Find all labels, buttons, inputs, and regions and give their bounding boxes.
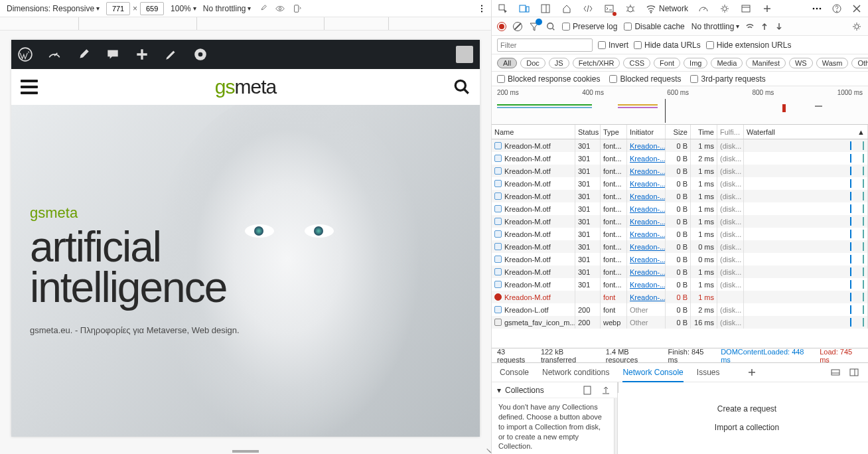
drawer-tab-network-console[interactable]: Network Console: [622, 368, 683, 382]
filter-pill-manifest[interactable]: Manifest: [746, 58, 786, 68]
filter-pill-font[interactable]: Font: [654, 58, 680, 68]
menu-button[interactable]: [21, 80, 38, 94]
eyedropper-icon[interactable]: [257, 3, 268, 14]
table-row[interactable]: gsmeta_fav_icon_m...200webpOther0 B16 ms…: [492, 316, 868, 329]
console-icon[interactable]: [603, 3, 615, 15]
drawer-tab-console[interactable]: Console: [500, 368, 529, 377]
filter-pill-ws[interactable]: WS: [789, 58, 813, 68]
device-toolbar-more-icon[interactable]: [476, 3, 487, 14]
more-tools-icon[interactable]: [811, 3, 823, 15]
table-row[interactable]: Kreadon-M.otffontKreadon-...0 B1 ms: [492, 291, 868, 303]
filter-pill-css[interactable]: CSS: [623, 58, 650, 68]
table-row[interactable]: Kreadon-M.otf301font...Kreadon-...0 B1 m…: [492, 165, 868, 177]
inspect-element-icon[interactable]: [497, 3, 509, 15]
drawer-dock-icon[interactable]: [830, 366, 841, 378]
hide-data-urls-checkbox[interactable]: Hide data URLs: [634, 40, 701, 50]
collections-toggle-icon[interactable]: ▾: [497, 386, 501, 395]
toggle-device-icon[interactable]: [518, 3, 530, 15]
zoom-dropdown[interactable]: 100%: [171, 4, 196, 13]
filter-pill-img[interactable]: Img: [684, 58, 707, 68]
wordpress-icon[interactable]: [18, 47, 33, 62]
network-tab[interactable]: Network: [646, 3, 688, 14]
sources-bug-icon[interactable]: [624, 3, 636, 15]
drawer-layout-icon[interactable]: [848, 366, 860, 378]
overview-timeline[interactable]: 200 ms400 ms600 ms800 ms1000 ms: [492, 86, 868, 125]
table-row[interactable]: Kreadon-L.otf200fontOther0 B2 ms(disk...: [492, 303, 868, 316]
filter-pill-doc[interactable]: Doc: [520, 58, 545, 68]
table-row[interactable]: Kreadon-M.otf301font...Kreadon-...0 B1 m…: [492, 278, 868, 291]
table-row[interactable]: Kreadon-M.otf301font...Kreadon-...0 B1 m…: [492, 228, 868, 240]
hide-extension-urls-checkbox[interactable]: Hide extension URLs: [706, 40, 792, 50]
comment-icon[interactable]: [106, 47, 120, 62]
drawer-add-tab-icon[interactable]: [746, 366, 758, 378]
close-devtools-icon[interactable]: [851, 3, 863, 15]
corner-resize-handle[interactable]: [483, 446, 491, 454]
plugin-gear-icon[interactable]: [193, 47, 208, 62]
filter-pill-all[interactable]: All: [497, 58, 517, 68]
table-row[interactable]: Kreadon-M.otf301font...Kreadon-...0 B1 m…: [492, 215, 868, 228]
performance-icon[interactable]: [697, 3, 709, 15]
elements-icon[interactable]: [582, 3, 594, 15]
new-collection-icon[interactable]: [581, 384, 593, 396]
filter-pill-fetch-xhr[interactable]: Fetch/XHR: [573, 58, 620, 68]
export-har-icon[interactable]: [775, 23, 783, 31]
height-input[interactable]: [140, 2, 164, 15]
width-input[interactable]: [106, 2, 130, 15]
brand-logo[interactable]: gsmeta: [215, 76, 276, 98]
filter-input[interactable]: [497, 38, 593, 52]
network-settings-icon[interactable]: [851, 21, 863, 33]
collections-header[interactable]: ▾ Collections: [492, 382, 617, 398]
network-throttling-dropdown[interactable]: No throttling: [691, 22, 740, 31]
filter-pill-media[interactable]: Media: [711, 58, 743, 68]
requests-table[interactable]: Name Status Type Initiator Size Time Ful…: [492, 125, 868, 348]
record-button[interactable]: [497, 22, 506, 31]
network-conditions-icon[interactable]: [746, 23, 754, 31]
welcome-icon[interactable]: [561, 3, 573, 15]
device-throttling-dropdown[interactable]: No throttling: [203, 4, 252, 13]
blocked-cookies-checkbox[interactable]: Blocked response cookies: [497, 74, 600, 84]
filter-pill-js[interactable]: JS: [549, 58, 569, 68]
page-frame[interactable]: gsmeta gsmeta artificial intelligence gs…: [11, 40, 480, 437]
application-icon[interactable]: [740, 3, 752, 15]
import-collection-icon[interactable]: [600, 384, 612, 396]
filter-pill-other[interactable]: Other: [851, 58, 868, 68]
help-icon[interactable]: [831, 3, 843, 15]
panel-layout-icon[interactable]: [540, 3, 551, 15]
import-collection-link[interactable]: Import a collection: [715, 423, 779, 432]
new-tab-plus-icon[interactable]: [761, 3, 773, 15]
table-row[interactable]: Kreadon-M.otf301font...Kreadon-...0 B2 m…: [492, 152, 868, 165]
pencil-icon[interactable]: [164, 47, 179, 62]
plus-icon[interactable]: [135, 47, 149, 62]
speedometer-icon[interactable]: [47, 47, 62, 62]
search-button[interactable]: [453, 78, 470, 96]
invert-checkbox[interactable]: Invert: [598, 40, 628, 50]
filter-pill-wasm[interactable]: Wasm: [816, 58, 849, 68]
filter-toggle-icon[interactable]: [529, 21, 540, 32]
user-avatar[interactable]: [456, 46, 473, 63]
clear-button[interactable]: [513, 22, 522, 31]
import-har-icon[interactable]: [760, 23, 768, 31]
table-header[interactable]: Name Status Type Initiator Size Time Ful…: [492, 125, 868, 139]
table-row[interactable]: Kreadon-M.otf301font...Kreadon-...0 B1 m…: [492, 139, 868, 152]
table-row[interactable]: Kreadon-M.otf301font...Kreadon-...0 B0 m…: [492, 253, 868, 265]
search-icon[interactable]: [546, 22, 555, 31]
dimensions-dropdown[interactable]: Dimensions: Responsive: [7, 4, 100, 13]
collections-scrollbar[interactable]: [614, 398, 617, 454]
table-row[interactable]: Kreadon-M.otf301font...Kreadon-...0 B1 m…: [492, 177, 868, 190]
memory-gear-icon[interactable]: [719, 3, 731, 15]
preserve-log-checkbox[interactable]: Preserve log: [562, 22, 617, 31]
brush-icon[interactable]: [76, 47, 91, 62]
blocked-requests-checkbox[interactable]: Blocked requests: [609, 74, 681, 84]
table-row[interactable]: Kreadon-M.otf301font...Kreadon-...0 B1 m…: [492, 265, 868, 278]
third-party-checkbox[interactable]: 3rd-party requests: [690, 74, 765, 84]
create-request-link[interactable]: Create a request: [717, 404, 776, 414]
disable-cache-checkbox[interactable]: Disable cache: [624, 22, 684, 31]
table-row[interactable]: Kreadon-M.otf301font...Kreadon-...0 B1 m…: [492, 190, 868, 202]
rotate-icon[interactable]: [292, 3, 303, 14]
table-row[interactable]: Kreadon-M.otf301font...Kreadon-...0 B1 m…: [492, 202, 868, 215]
eye-icon[interactable]: [275, 3, 285, 14]
drawer-tab-network-conditions[interactable]: Network conditions: [542, 368, 609, 377]
table-row[interactable]: Kreadon-M.otf301font...Kreadon-...0 B0 m…: [492, 240, 868, 253]
drawer-tab-issues[interactable]: Issues: [697, 368, 720, 377]
vertical-resize-handle[interactable]: [232, 450, 259, 453]
